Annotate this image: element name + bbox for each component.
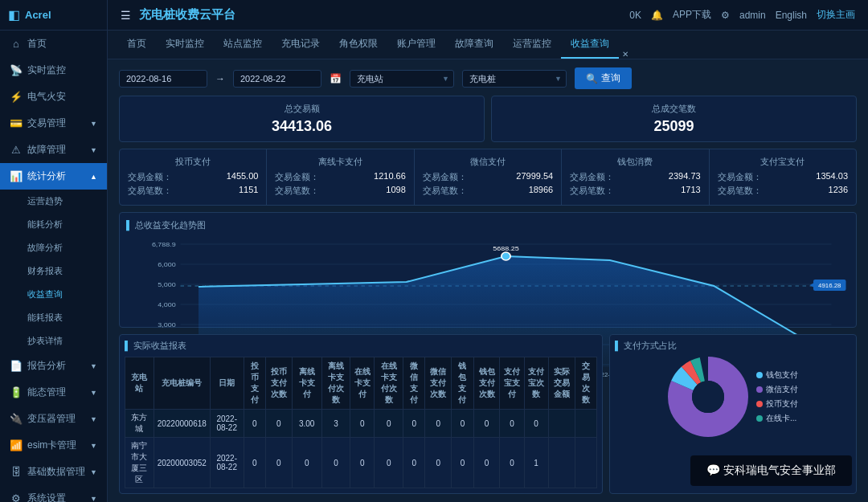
chevron-down-icon-2: ▼	[90, 146, 97, 154]
payment-wechat-amount-value: 27999.54	[516, 171, 553, 183]
home-icon: ⌂	[10, 38, 23, 51]
cell-coin-count: 0	[265, 410, 292, 438]
sidebar-item-energy-analysis[interactable]: 能耗分析	[0, 213, 107, 236]
total-orders-label: 总成交笔数	[503, 103, 845, 115]
sidebar-item-revenue-query[interactable]: 收益查询	[0, 283, 107, 306]
col-total-count: 交易次数	[575, 357, 596, 410]
col-offline-card: 离线卡支付	[292, 357, 321, 410]
search-button[interactable]: 🔍 查询	[575, 67, 632, 89]
sidebar-item-report-analysis[interactable]: 📄 报告分析 ▼	[0, 353, 107, 379]
sidebar-item-esim[interactable]: 📶 esim卡管理 ▼	[0, 432, 107, 459]
date-start-input[interactable]	[119, 70, 207, 88]
pie-container: 钱包支付 微信支付 投币支付 在线卡...	[615, 357, 851, 437]
cell-station: 南宁市大厦三区	[125, 438, 154, 488]
sidebar-item-transactions[interactable]: 💳 交易管理 ▼	[0, 110, 107, 137]
sidebar-item-analytics[interactable]: 📊 统计分析 ▲	[0, 163, 107, 190]
chart-title-text: 总收益变化趋势图	[135, 220, 206, 230]
tab-accounts[interactable]: 账户管理	[387, 31, 445, 59]
base-data-icon: 🗄	[10, 466, 23, 479]
sidebar-item-transformer[interactable]: 🔌 变压器管理 ▼	[0, 406, 107, 432]
sidebar-item-faults[interactable]: ⚠ 故障管理 ▼	[0, 137, 107, 163]
hamburger-icon[interactable]: ☰	[121, 9, 131, 22]
close-tab-icon[interactable]: ✕	[622, 50, 628, 59]
payment-alipay: 支付宝支付 交易金额： 1354.03 交易笔数： 1236	[710, 149, 856, 205]
cell-coin-count: 0	[265, 438, 292, 488]
language-toggle[interactable]: English	[776, 10, 807, 21]
sidebar-item-fault-analysis[interactable]: 故障分析	[0, 236, 107, 259]
chevron-down-icon-6: ▼	[90, 442, 97, 450]
cell-online-count: 0	[375, 410, 403, 438]
tab-fault-query[interactable]: 故障查询	[445, 31, 503, 59]
payment-alipay-count-value: 1236	[829, 185, 848, 197]
legend-wechat-label: 微信支付	[766, 384, 798, 395]
payment-coin-amount-label: 交易金额：	[128, 171, 172, 183]
payment-offline-count-label: 交易笔数：	[275, 185, 319, 197]
payment-wechat-count-row: 交易笔数： 18966	[423, 185, 553, 197]
tab-ops-monitor[interactable]: 运营监控	[503, 31, 561, 59]
notification-icon[interactable]: 🔔	[651, 10, 663, 21]
chart-title: ▌ 总收益变化趋势图	[126, 219, 850, 231]
wallet-dot	[756, 372, 763, 378]
sidebar-item-home[interactable]: ⌂ 首页	[0, 31, 107, 57]
cell-coin: 0	[244, 438, 265, 488]
chevron-down-icon: ▼	[90, 120, 97, 128]
sidebar-item-base-data[interactable]: 🗄 基础数据管理 ▼	[0, 459, 107, 485]
tab-home[interactable]: 首页	[117, 31, 156, 59]
calendar-icon: 📅	[330, 73, 342, 84]
date-separator: →	[215, 73, 225, 84]
logo-icon: ◧	[8, 7, 20, 22]
legend-wallet-label: 钱包支付	[766, 369, 798, 381]
payment-alipay-amount-value: 1354.03	[816, 171, 848, 183]
chevron-down-icon-5: ▼	[90, 415, 97, 423]
sidebar-item-settings[interactable]: ⚙ 系统设置 ▼	[0, 485, 107, 502]
cell-wallet: 0	[452, 410, 473, 438]
sidebar: ◧ Acrel ⌂ 首页 📡 实时监控 ⚡ 电气火安 💳 交易管理 ▼ ⚠ 故障…	[0, 0, 108, 502]
wechat-dot	[756, 386, 763, 393]
pie-legend: 钱包支付 微信支付 投币支付 在线卡...	[756, 369, 798, 424]
sidebar-item-energy-mgmt[interactable]: 🔋 能态管理 ▼	[0, 379, 107, 406]
payment-wechat-count-value: 18966	[529, 185, 554, 197]
date-end-input[interactable]	[233, 70, 321, 88]
tab-charge-records[interactable]: 充电记录	[272, 31, 330, 59]
pie-title-icon: ▌	[615, 341, 621, 350]
payment-wallet-count-row: 交易笔数： 1713	[570, 185, 700, 197]
total-amount-card: 总交易额 34413.06	[119, 96, 485, 142]
cell-alipay: 0	[500, 410, 524, 438]
payment-wechat-amount-label: 交易金额：	[423, 171, 467, 183]
tab-realtime[interactable]: 实时监控	[156, 31, 214, 59]
sidebar-item-finance-report[interactable]: 财务报表	[0, 259, 107, 283]
tab-station-monitor[interactable]: 站点监控	[214, 31, 272, 59]
filter-bar: → 📅 充电站 充电桩 🔍 查询	[119, 67, 857, 89]
pile-select[interactable]: 充电桩	[462, 70, 567, 88]
transactions-icon: 💳	[10, 117, 23, 130]
cell-online-count: 0	[375, 438, 403, 488]
sidebar-item-operations-trend[interactable]: 运营趋势	[0, 190, 107, 213]
sidebar-item-realtime[interactable]: 📡 实时监控	[0, 57, 107, 84]
gear-icon[interactable]: ⚙	[721, 10, 730, 21]
col-offline-count: 离线卡支付次数	[321, 357, 350, 410]
line-chart-panel: ▌ 总收益变化趋势图 6,788.9 6,000 5,000 4,000 3,0…	[119, 212, 857, 328]
payment-wechat: 微信支付 交易金额： 27999.54 交易笔数： 18966	[415, 149, 562, 205]
col-pile-id: 充电桩编号	[154, 357, 210, 410]
cell-alipay-count: 1	[524, 438, 548, 488]
cell-date: 2022-08-22	[210, 410, 244, 438]
sidebar-item-energy-report[interactable]: 能耗报表	[0, 306, 107, 329]
sidebar-item-electrical[interactable]: ⚡ 电气火安	[0, 84, 107, 110]
payment-wallet-title: 钱包消费	[570, 156, 700, 168]
table-row: 南宁市大厦三区 20200003052 2022-08-22 0 0 0 0 0…	[125, 438, 597, 488]
switch-main[interactable]: 切换主画	[817, 8, 855, 22]
cell-station: 东方城	[125, 410, 154, 438]
total-orders-card: 总成交笔数 25099	[491, 96, 857, 142]
cell-offline-count: 3	[321, 410, 350, 438]
svg-point-34	[692, 381, 724, 413]
sidebar-item-meter-details[interactable]: 抄表详情	[0, 329, 107, 353]
tab-revenue-query[interactable]: 收益查询	[561, 31, 619, 59]
admin-label: admin	[739, 10, 766, 21]
app-download[interactable]: APP下载	[673, 8, 711, 22]
cell-alipay: 0	[500, 438, 524, 488]
tab-roles[interactable]: 角色权限	[330, 31, 387, 59]
nav-tabs: 首页 实时监控 站点监控 充电记录 角色权限 账户管理 故障查询 运营监控 收益…	[108, 31, 868, 59]
logo-text: Acrel	[25, 9, 51, 21]
payment-wechat-count-label: 交易笔数：	[423, 185, 467, 197]
station-select[interactable]: 充电站	[350, 70, 454, 88]
